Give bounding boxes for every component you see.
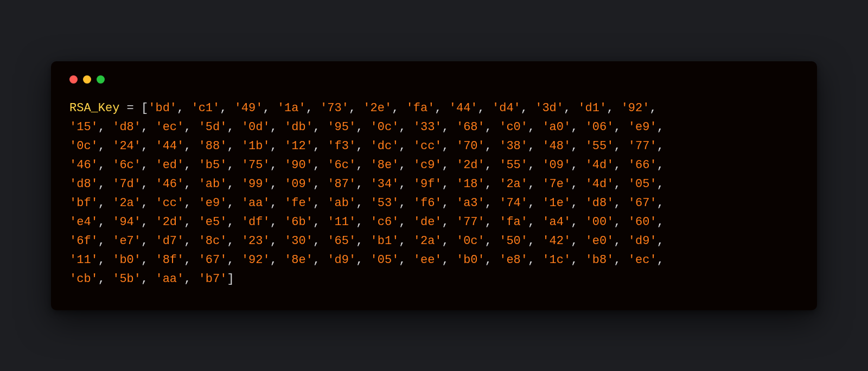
code-line: 'd8', '7d', '46', 'ab', '99', '09', '87'… <box>69 175 799 194</box>
code-line: '46', '6c', 'ed', 'b5', '75', '90', '6c'… <box>69 156 799 175</box>
code-line: '15', 'd8', 'ec', '5d', '0d', 'db', '95'… <box>69 118 799 137</box>
code-block: RSA_Key = ['bd', 'c1', '49', '1a', '73',… <box>69 99 799 289</box>
zoom-icon[interactable] <box>97 75 105 84</box>
code-line: 'bf', '2a', 'cc', 'e9', 'aa', 'fe', 'ab'… <box>69 194 799 213</box>
code-line: '6f', 'e7', 'd7', '8c', '23', '30', '65'… <box>69 232 799 251</box>
code-line: 'e4', '94', '2d', 'e5', 'df', '6b', '11'… <box>69 213 799 232</box>
minimize-icon[interactable] <box>83 75 91 84</box>
close-icon[interactable] <box>69 75 78 84</box>
titlebar <box>69 75 799 99</box>
terminal-window: RSA_Key = ['bd', 'c1', '49', '1a', '73',… <box>51 61 817 310</box>
code-line: RSA_Key = ['bd', 'c1', '49', '1a', '73',… <box>69 99 799 118</box>
code-line: '11', 'b0', '8f', '67', '92', '8e', 'd9'… <box>69 251 799 270</box>
code-line: 'cb', '5b', 'aa', 'b7'] <box>69 270 799 289</box>
code-line: '0c', '24', '44', '88', '1b', '12', 'f3'… <box>69 137 799 156</box>
